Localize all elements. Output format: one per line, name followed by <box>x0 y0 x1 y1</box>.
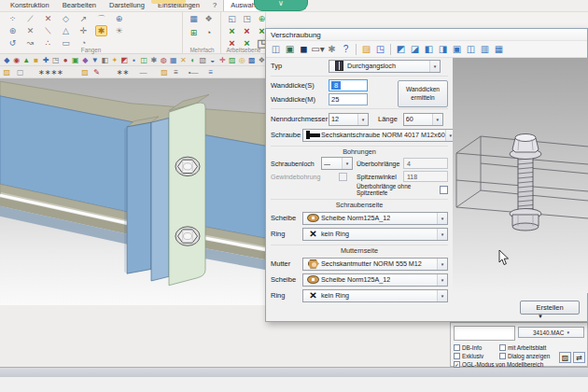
gewindebohrung-checkbox[interactable] <box>339 173 347 181</box>
mit-arbeitsblatt-checkbox[interactable] <box>499 344 506 351</box>
toolbar-icon[interactable]: ▦ <box>169 55 179 65</box>
toolbar-icon[interactable]: ▨ <box>80 67 91 77</box>
snap-tool-icon[interactable]: ✕ <box>24 25 36 36</box>
axis-icon[interactable]: × <box>226 25 238 36</box>
toolbar-icon[interactable]: ◆ <box>2 55 12 65</box>
erstellen-button[interactable]: Erstellen <box>520 301 580 315</box>
toolbar-icon[interactable]: ◩ <box>119 55 130 65</box>
snap-tool-icon[interactable]: ⁘ <box>7 13 19 24</box>
toolbar-icon[interactable]: ✦ <box>110 55 120 65</box>
toolbar-icon[interactable]: ▧ <box>198 55 208 65</box>
dialog-toolbar-icon[interactable]: ▥ <box>478 43 492 56</box>
schraube-combo[interactable]: Sechskantschraube NORM 4017 M12x60 ▾ <box>302 129 456 142</box>
ohne-spitzentiefe-checkbox[interactable] <box>440 186 448 194</box>
toolbar-icon[interactable]: ▨ <box>228 55 238 65</box>
dialog-toolbar-icon[interactable]: ◫ <box>464 43 478 56</box>
toolbar-icon[interactable]: ◉ <box>12 55 22 65</box>
toolbar-icon[interactable]: ◍ <box>159 55 169 65</box>
toolbar-icon[interactable]: ▨ <box>2 67 12 77</box>
toolbar-icon[interactable]: ● <box>61 55 71 65</box>
menu-item[interactable]: Darstellung <box>103 0 151 11</box>
toolbar-icon[interactable]: ✱ <box>149 55 160 65</box>
toolbar-icon[interactable]: ◫ <box>139 55 149 65</box>
dialog-toolbar-icon[interactable]: ▦ <box>492 43 506 56</box>
snap-tool-icon[interactable]: ⊕ <box>113 13 125 24</box>
bolt-preview[interactable] <box>453 58 588 293</box>
menu-item[interactable]: ? <box>206 0 223 11</box>
toolbar-icon[interactable]: ✚ <box>41 55 51 65</box>
toolbar-icon[interactable]: ◆ <box>80 55 91 65</box>
snap-tool-icon[interactable]: ☀ <box>113 25 125 36</box>
workplane-tool-icon[interactable]: ◱ <box>226 13 238 24</box>
dialog-toolbar-icon[interactable]: ◼ <box>297 43 311 56</box>
snap-tool-icon[interactable]: ⌒ <box>95 13 107 24</box>
toolbar-icon[interactable]: ✎ <box>91 67 102 77</box>
dialog-toolbar-icon[interactable]: ▣ <box>283 43 297 56</box>
snap-tool-icon[interactable]: ↗ <box>77 13 90 24</box>
snap-tool-icon[interactable]: ⟋ <box>24 13 36 24</box>
axis-icon[interactable]: × <box>241 25 253 36</box>
macro-file-combo[interactable]: 34140.MAC ▾ <box>518 327 584 338</box>
toolbar-icon[interactable]: ◒ <box>208 55 218 65</box>
db-info-checkbox[interactable] <box>454 344 460 351</box>
dialog-toolbar-icon[interactable]: ◪ <box>408 43 422 56</box>
dialog-toolbar-icon[interactable]: ◩ <box>394 43 408 56</box>
toolbar-icon[interactable]: ◐ <box>189 55 199 65</box>
macro-sync-button[interactable]: ⇄ <box>573 352 585 363</box>
mutter-combo[interactable]: Sechskantmutter NORM 555 M12 ▾ <box>302 258 448 271</box>
dialog-anzeigen-checkbox[interactable] <box>499 353 506 359</box>
dialog-toolbar-icon[interactable]: ▨ <box>359 43 373 56</box>
multi-tool-icon[interactable]: ▦ <box>188 13 200 24</box>
exklusiv-checkbox[interactable] <box>454 353 460 359</box>
snap-tool-icon[interactable]: △ <box>60 25 72 36</box>
macro-load-button[interactable]: ▨ <box>559 352 571 363</box>
snap-tool-icon[interactable]: ⊛ <box>7 25 19 36</box>
toolbar-icon[interactable]: ≡ <box>171 67 181 77</box>
toolbar-icon[interactable]: •— <box>189 67 199 77</box>
dialog-toolbar-icon[interactable]: ◨ <box>436 43 450 56</box>
snap-tool-icon[interactable]: ✕ <box>42 13 54 24</box>
toolbar-icon[interactable]: — <box>138 67 148 77</box>
wanddicken-ermitteln-button[interactable]: Wanddicken ermitteln <box>398 80 448 107</box>
ogl-modus-checkbox[interactable] <box>454 361 460 368</box>
dropdown-marker-icon[interactable]: ▼ <box>538 314 543 319</box>
toolbar-icon[interactable]: ▪ <box>130 55 140 65</box>
snap-tool-icon[interactable]: ✱ <box>95 25 107 36</box>
scheibe-combo-mutternseite[interactable]: Scheibe Norm125A_12 ▾ <box>302 273 448 287</box>
wanddicke-s-input[interactable]: 8 <box>329 79 368 91</box>
toolbar-icon[interactable]: ◳ <box>51 55 62 65</box>
menu-item[interactable]: Konstruktion <box>4 0 56 11</box>
dialog-toolbar-icon[interactable]: ▭▾ <box>311 43 325 56</box>
snap-tool-icon[interactable]: ✛ <box>77 25 90 36</box>
toolbar-icon[interactable]: ◎ <box>237 55 247 65</box>
toolbar-icon[interactable]: ▩ <box>247 55 258 65</box>
toolbar-icon[interactable]: ✕ <box>178 55 189 65</box>
recorder-pill-overlay[interactable]: ∨ <box>254 0 308 11</box>
ring-combo-schraubenseite[interactable]: ✕ kein Ring ▾ <box>302 228 448 241</box>
dialog-toolbar-icon[interactable]: ◳ <box>373 43 387 56</box>
toolbar-icon[interactable]: ✛ <box>217 55 228 65</box>
scheibe-combo-schraubenseite[interactable]: Scheibe Norm125A_12 ▾ <box>302 212 448 225</box>
dialog-toolbar-icon[interactable]: ? <box>339 43 353 56</box>
dialog-title[interactable]: Verschraubung <box>266 29 587 41</box>
connection-plates[interactable] <box>125 94 209 285</box>
snap-tool-icon[interactable]: ◇ <box>60 13 72 24</box>
toolbar-icon[interactable]: ∗∗∗∗ <box>38 67 63 77</box>
toolbar-icon[interactable]: ▣ <box>71 55 81 65</box>
multi-tool-icon[interactable]: ⊞ <box>188 27 200 38</box>
snap-tool-icon[interactable]: ⟍ <box>42 25 54 36</box>
toolbar-icon[interactable]: ▢ <box>16 67 26 77</box>
bolt-top[interactable] <box>175 157 200 175</box>
nenndurchmesser-combo[interactable]: 12 ▾ <box>329 113 369 126</box>
multi-tool-icon[interactable]: ❖ <box>203 13 215 24</box>
toolbar-icon[interactable]: ∗∗ <box>117 67 129 77</box>
toolbar-icon[interactable]: ▲ <box>21 55 32 65</box>
toolbar-icon[interactable]: ≡ <box>206 67 217 77</box>
dialog-toolbar-icon[interactable]: ◧ <box>422 43 436 56</box>
dialog-toolbar-icon[interactable] <box>356 44 357 55</box>
ring-combo-mutternseite[interactable]: ✕ kein Ring ▾ <box>302 289 448 302</box>
bolt-bottom[interactable] <box>175 227 200 245</box>
laenge-combo[interactable]: 60 ▾ <box>403 113 443 126</box>
multi-tool-icon[interactable]: ◔ <box>203 27 215 38</box>
dialog-toolbar-icon[interactable]: ▣ <box>450 43 464 56</box>
